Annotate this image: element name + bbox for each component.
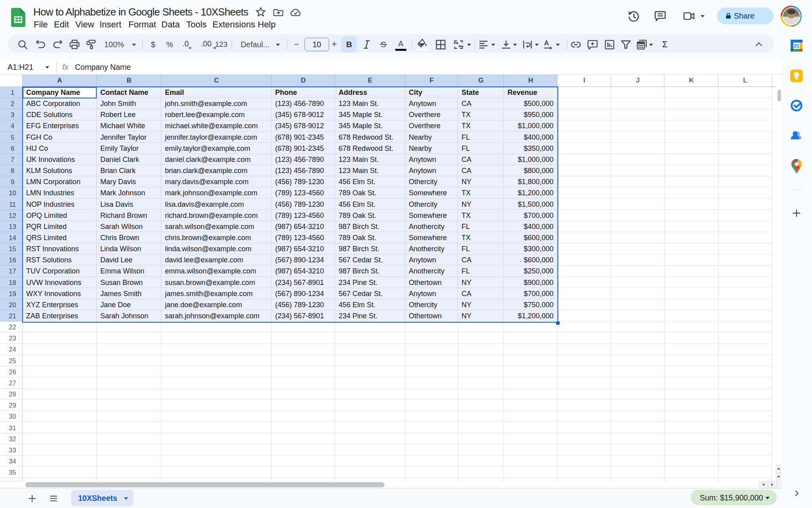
svg-text:31: 31 [794, 43, 799, 49]
svg-text:A: A [544, 39, 549, 46]
